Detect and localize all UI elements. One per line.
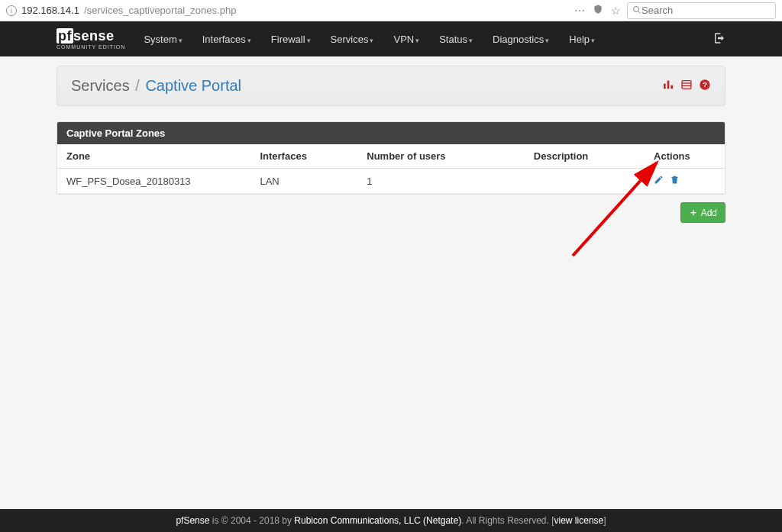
star-icon[interactable]: ☆ [611,5,621,17]
cell-zone: WF_PFS_Dosea_20180313 [57,169,250,194]
nav-firewall[interactable]: Firewall▾ [271,34,311,45]
bar-extra-icons: ⋯ ☆ [574,4,621,17]
svg-rect-4 [671,85,673,89]
svg-rect-5 [682,81,691,89]
crumb-services[interactable]: Services [71,77,130,94]
col-actions: Actions [645,144,725,169]
page-header: Services / Captive Portal ? [57,66,725,106]
panel-heading: Captive Portal Zones [57,122,725,144]
table-row[interactable]: WF_PFS_Dosea_20180313 LAN 1 [57,169,725,194]
nav-vpn[interactable]: VPN▾ [393,34,419,45]
delete-icon[interactable] [670,176,680,187]
add-label: Add [701,208,717,218]
url-host: 192.168.14.1 [21,5,79,16]
brand-logo[interactable]: pfsense COMMUNITY EDITION [57,29,125,50]
logout-icon[interactable] [713,32,725,47]
help-icon[interactable]: ? [699,79,711,93]
svg-line-1 [638,11,641,13]
zones-table: Zone Interfaces Number of users Descript… [57,144,725,194]
browser-url-bar: i 192.168.14.1/services_captiveportal_zo… [0,0,782,21]
svg-point-0 [634,6,639,11]
brand-name: sense [73,28,115,44]
nav-interfaces[interactable]: Interfaces▾ [202,34,251,45]
cell-users: 1 [357,169,525,194]
col-desc[interactable]: Description [525,144,645,169]
plus-icon: ＋ [689,206,698,219]
svg-rect-2 [664,84,666,89]
nav-diagnostics[interactable]: Diagnostics▾ [493,34,549,45]
button-area: ＋ Add [57,202,725,223]
nav-help[interactable]: Help▾ [569,34,595,45]
nav-services[interactable]: Services▾ [331,34,374,45]
url-area[interactable]: i 192.168.14.1/services_captiveportal_zo… [6,5,568,16]
info-icon[interactable]: i [6,5,17,16]
search-box[interactable] [627,2,776,19]
log-icon[interactable] [680,79,693,93]
header-action-icons: ? [662,79,711,93]
cell-interfaces: LAN [250,169,357,194]
brand-prefix: pf [57,28,73,44]
more-icon[interactable]: ⋯ [574,5,585,17]
nav-status[interactable]: Status▾ [439,34,473,45]
breadcrumb: Services / Captive Portal [71,77,241,95]
zones-panel: Captive Portal Zones Zone Interfaces Num… [57,121,725,195]
col-interfaces[interactable]: Interfaces [250,144,357,169]
cell-desc [525,169,645,194]
edit-icon[interactable] [654,176,667,187]
shield-icon[interactable] [593,4,603,17]
svg-text:?: ? [703,81,707,89]
nav-system[interactable]: System▾ [144,34,182,45]
chart-icon[interactable] [662,79,674,93]
url-path: /services_captiveportal_zones.php [84,5,236,16]
brand-sub: COMMUNITY EDITION [57,44,125,50]
top-navbar: pfsense COMMUNITY EDITION System▾ Interf… [0,21,782,56]
crumb-sep: / [135,77,140,94]
col-zone[interactable]: Zone [57,144,250,169]
col-users[interactable]: Number of users [357,144,525,169]
main-container: Services / Captive Portal ? Captive Port… [57,66,725,223]
cell-actions [645,169,725,194]
search-icon [632,5,641,17]
add-button[interactable]: ＋ Add [680,202,725,223]
nav-items: System▾ Interfaces▾ Firewall▾ Services▾ … [144,34,595,45]
search-input[interactable] [641,5,771,16]
crumb-captive-portal[interactable]: Captive Portal [145,77,241,94]
svg-rect-3 [667,81,670,89]
